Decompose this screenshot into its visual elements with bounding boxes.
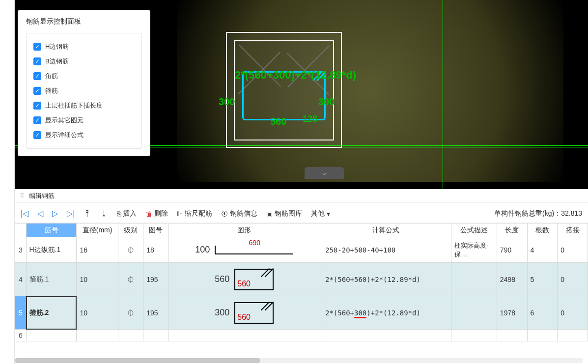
cell-shape[interactable]: 560 560 — [168, 263, 320, 296]
rebar-table-wrap[interactable]: 筋号 直径(mm) 级别 图号 图形 计算公式 公式描述 长度 根数 搭接 3 … — [15, 223, 588, 359]
checkbox-upper-insert[interactable]: ✓ 上层柱插筋下插长度 — [33, 98, 135, 113]
cell-empty[interactable] — [143, 330, 168, 341]
table-row-selected[interactable]: 5 箍筋.2 10 ⏀ 195 300 560 2*( — [15, 296, 588, 330]
dim-560: 560 — [270, 116, 286, 127]
col-fig[interactable]: 图号 — [143, 224, 168, 237]
cell-lap[interactable]: 0 — [558, 263, 588, 296]
cell-qty[interactable]: 4 — [527, 237, 558, 263]
cell-empty[interactable] — [320, 330, 451, 341]
horizontal-scrollbar[interactable] — [15, 358, 583, 363]
cell-empty[interactable] — [118, 330, 143, 341]
library-button[interactable]: ▣ 钢筋图库 — [266, 209, 302, 218]
checkbox-h-side[interactable]: ✓ H边钢筋 — [33, 39, 135, 54]
shape-outer-value: 560 — [215, 274, 229, 284]
cell-formula[interactable]: 2*(560+300)+2*(12.89*d) — [320, 296, 451, 330]
rebar-table: 筋号 直径(mm) 级别 图号 图形 计算公式 公式描述 长度 根数 搭接 3 … — [15, 223, 588, 341]
rebar-display-panel[interactable]: 钢筋显示控制面板 ✓ H边钢筋 ✓ B边钢筋 ✓ 角筋 ✓ 箍筋 ✓ 上层柱插筋… — [18, 10, 150, 156]
cell-lap[interactable]: 0 — [558, 237, 588, 263]
col-grade[interactable]: 级别 — [118, 224, 143, 237]
scrollbar-thumb[interactable] — [15, 358, 260, 363]
table-row[interactable]: 3 H边纵筋.1 16 ⏀ 18 100 690 250-20+500-40+1… — [15, 237, 588, 263]
col-name[interactable]: 筋号 — [26, 224, 77, 237]
check-icon: ✓ — [33, 87, 41, 95]
cell-dia[interactable]: 10 — [77, 296, 118, 330]
cell-empty[interactable] — [77, 330, 118, 341]
cell-empty[interactable] — [497, 330, 527, 341]
cell-dia[interactable]: 16 — [77, 237, 118, 263]
info-button[interactable]: 🛈 钢筋信息 — [221, 209, 257, 218]
insert-button[interactable]: ⎘ 插入 — [117, 209, 137, 218]
cell-formula[interactable]: 2*(560+560)+2*(12.89*d) — [320, 263, 451, 296]
checkbox-label: H边钢筋 — [45, 42, 69, 51]
cell-desc[interactable]: 柱实际高度-保… — [451, 237, 497, 263]
insert-icon: ⎘ — [117, 210, 121, 218]
col-shape[interactable]: 图形 — [168, 224, 320, 237]
cell-len[interactable]: 790 — [497, 237, 527, 263]
left-gutter — [0, 0, 15, 364]
cell-formula[interactable]: 250-20+500-40+100 — [320, 237, 451, 263]
scale-label: 缩尺配筋 — [185, 209, 212, 218]
row-idx[interactable]: 6 — [15, 330, 27, 341]
cell-shape[interactable]: 300 560 — [168, 296, 320, 330]
nav-prev-icon[interactable]: ◁ — [37, 209, 43, 218]
nav-first-icon[interactable]: |◁ — [21, 209, 28, 218]
cell-fig[interactable]: 18 — [143, 237, 168, 263]
cell-qty[interactable]: 5 — [527, 263, 558, 296]
col-len[interactable]: 长度 — [497, 224, 527, 237]
viewport-collapse-handle[interactable]: ⌵ — [305, 167, 344, 179]
col-lap[interactable]: 搭接 — [558, 224, 588, 237]
cell-shape[interactable]: 100 690 — [168, 237, 320, 263]
cell-name[interactable]: 箍筋.2 — [26, 296, 77, 330]
nav-last-icon[interactable]: ▷| — [67, 209, 75, 218]
import-down-icon[interactable]: ⭳ — [100, 209, 108, 218]
delete-button[interactable]: 🗑 删除 — [145, 209, 168, 218]
cell-grade[interactable]: ⏀ — [118, 237, 143, 263]
checkbox-label: 显示详细公式 — [45, 131, 84, 140]
checkbox-b-side[interactable]: ✓ B边钢筋 — [33, 54, 135, 69]
cell-empty[interactable] — [527, 330, 558, 341]
cell-empty[interactable] — [26, 330, 77, 341]
cell-dia[interactable]: 10 — [77, 263, 118, 296]
cell-desc[interactable] — [451, 263, 497, 296]
table-row-empty[interactable]: 6 — [15, 330, 588, 341]
cell-fig[interactable]: 195 — [143, 296, 168, 330]
cell-len[interactable]: 2498 — [497, 263, 527, 296]
export-up-icon[interactable]: ⭱ — [84, 209, 91, 218]
scale-icon: ⊪ — [177, 210, 183, 218]
shape-outer-value: 300 — [215, 308, 229, 318]
total-weight: 单构件钢筋总重(kg)：32.813 — [494, 209, 582, 218]
cell-empty[interactable] — [168, 330, 320, 341]
other-dropdown[interactable]: 其他 ▾ — [311, 209, 330, 218]
col-formula[interactable]: 计算公式 — [320, 224, 451, 237]
col-dia[interactable]: 直径(mm) — [77, 224, 118, 237]
cell-fig[interactable]: 195 — [143, 263, 168, 296]
scale-button[interactable]: ⊪ 缩尺配筋 — [177, 209, 212, 218]
table-row[interactable]: 4 箍筋.1 10 ⏀ 195 560 560 2*(560+560)+2* — [15, 263, 588, 296]
col-qty[interactable]: 根数 — [527, 224, 558, 237]
grip-icon[interactable]: ⠿ — [20, 192, 25, 199]
checkbox-corner[interactable]: ✓ 角筋 — [33, 69, 135, 84]
cell-lap[interactable]: 0 — [558, 296, 588, 330]
cell-qty[interactable]: 6 — [527, 296, 558, 330]
row-idx[interactable]: 4 — [15, 263, 27, 296]
col-desc[interactable]: 公式描述 — [451, 224, 497, 237]
nav-next-icon[interactable]: ▷ — [52, 209, 58, 218]
checkbox-show-other[interactable]: ✓ 显示其它图元 — [33, 113, 135, 128]
checkbox-show-formula[interactable]: ✓ 显示详细公式 — [33, 128, 135, 142]
cell-grade[interactable]: ⏀ — [118, 296, 143, 330]
total-value: 32.813 — [561, 209, 582, 217]
cell-empty[interactable] — [451, 330, 497, 341]
cell-len[interactable]: 1978 — [497, 296, 527, 330]
other-label: 其他 — [311, 209, 325, 218]
col-idx[interactable] — [15, 224, 27, 237]
row-idx[interactable]: 3 — [15, 237, 27, 263]
cell-grade[interactable]: ⏀ — [118, 263, 143, 296]
cell-name[interactable]: 箍筋.1 — [26, 263, 77, 296]
cell-empty[interactable] — [558, 330, 588, 341]
row-idx[interactable]: 5 — [15, 296, 27, 330]
checkbox-label: 显示其它图元 — [45, 116, 84, 125]
shape-rect-icon: 560 — [234, 269, 274, 290]
cell-desc[interactable] — [451, 296, 497, 330]
checkbox-stirrup[interactable]: ✓ 箍筋 — [33, 84, 135, 98]
cell-name[interactable]: H边纵筋.1 — [26, 237, 77, 263]
